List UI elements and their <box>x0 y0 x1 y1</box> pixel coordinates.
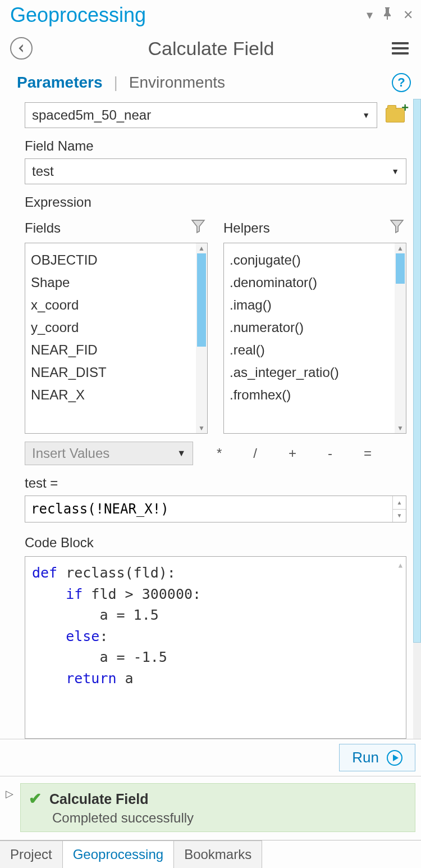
chevron-down-icon: ▼ <box>177 448 186 458</box>
browse-button[interactable]: + <box>384 104 406 126</box>
parameters-pane: spaced5m_50_near ▼ + Field Name test ▼ E… <box>0 97 413 739</box>
scroll-up-icon[interactable]: ▲ <box>397 243 404 253</box>
tab-parameters[interactable]: Parameters <box>13 74 106 92</box>
close-icon[interactable]: ✕ <box>403 8 413 22</box>
run-label: Run <box>352 749 379 766</box>
input-table-group: spaced5m_50_near ▼ + <box>25 102 406 128</box>
list-item[interactable]: .numerator() <box>230 316 391 339</box>
tab-geoprocessing[interactable]: Geoprocessing <box>63 840 174 868</box>
field-name-label: Field Name <box>25 138 406 154</box>
status-detail: Completed successfully <box>52 810 407 826</box>
run-button[interactable]: Run <box>339 744 415 771</box>
codeblock-input[interactable]: ▲def reclass(fld): if fld > 300000: a = … <box>25 556 406 739</box>
insert-values-label: Insert Values <box>32 446 177 461</box>
scroll-down-icon[interactable]: ▼ <box>198 423 205 433</box>
tab-bookmarks[interactable]: Bookmarks <box>174 840 262 868</box>
panel-title: Geoprocessing <box>10 3 146 27</box>
dropdown-icon[interactable]: ▾ <box>367 8 373 22</box>
list-item[interactable]: x_coord <box>31 294 193 316</box>
bottom-tab-strip: Project Geoprocessing Bookmarks <box>0 840 421 868</box>
insert-values-dropdown[interactable]: Insert Values ▼ <box>25 442 193 465</box>
main-wrap: spaced5m_50_near ▼ + Field Name test ▼ E… <box>0 97 421 739</box>
run-bar: Run <box>0 739 421 776</box>
list-item[interactable]: .imag() <box>230 294 391 316</box>
panel-titlebar: Geoprocessing ▾ ✕ <box>0 0 421 31</box>
expression-input-wrap: ▲ ▼ <box>25 496 406 522</box>
checkmark-icon: ✔ <box>29 790 42 807</box>
expression-input[interactable] <box>25 496 392 522</box>
op-multiply[interactable]: * <box>209 446 230 461</box>
codeblock-label: Code Block <box>25 535 406 551</box>
spin-up-icon[interactable]: ▲ <box>393 496 406 510</box>
list-item[interactable]: Shape <box>31 271 193 294</box>
list-item[interactable]: y_coord <box>31 316 193 339</box>
list-item[interactable]: .conjugate() <box>230 249 391 271</box>
status-title: Calculate Field <box>49 791 148 807</box>
list-item[interactable]: NEAR_FID <box>31 339 193 361</box>
scrollbar[interactable]: ▲ ▼ <box>395 243 406 433</box>
scroll-up-icon[interactable]: ▲ <box>399 560 402 570</box>
expression-label: Expression <box>25 194 406 210</box>
tool-tabs: Parameters | Environments ? <box>0 60 421 97</box>
list-item[interactable]: .as_integer_ratio() <box>230 361 391 384</box>
list-item[interactable]: OBJECTID <box>31 249 193 271</box>
field-name-value: test <box>32 163 391 179</box>
input-table-value: spaced5m_50_near <box>32 107 362 123</box>
filter-icon[interactable] <box>390 219 404 237</box>
fields-column: Fields OBJECTID Shape x_coord y_coord NE… <box>25 219 208 434</box>
play-icon <box>387 750 402 766</box>
fields-header: Fields <box>25 220 61 236</box>
list-item[interactable]: .denominator() <box>230 271 391 294</box>
op-add[interactable]: + <box>281 446 304 461</box>
menu-icon[interactable] <box>390 37 411 60</box>
scroll-down-icon[interactable]: ▼ <box>397 423 404 433</box>
tool-header: Calculate Field <box>0 31 421 60</box>
tab-environments[interactable]: Environments <box>126 74 228 92</box>
tab-separator: | <box>114 74 118 92</box>
list-item[interactable]: NEAR_DIST <box>31 361 193 384</box>
chevron-down-icon: ▼ <box>391 167 399 176</box>
spin-down-icon[interactable]: ▼ <box>393 510 406 522</box>
pin-icon[interactable] <box>383 7 393 23</box>
helpers-list: .conjugate() .denominator() .imag() .num… <box>224 243 395 433</box>
list-item[interactable]: NEAR_X <box>31 384 193 406</box>
expression-target-label: test = <box>25 475 406 491</box>
field-name-dropdown[interactable]: test ▼ <box>25 158 406 184</box>
field-name-group: Field Name test ▼ <box>25 138 406 184</box>
list-item[interactable]: .real() <box>230 339 391 361</box>
op-subtract[interactable]: - <box>320 446 340 461</box>
input-table-dropdown[interactable]: spaced5m_50_near ▼ <box>25 102 377 128</box>
help-button[interactable]: ? <box>392 73 411 92</box>
expression-columns: Fields OBJECTID Shape x_coord y_coord NE… <box>25 219 406 434</box>
tool-title: Calculate Field <box>33 38 390 60</box>
op-divide[interactable]: / <box>245 446 265 461</box>
chevron-down-icon: ▼ <box>362 111 370 120</box>
filter-icon[interactable] <box>191 219 205 237</box>
list-item[interactable]: .fromhex() <box>230 384 391 406</box>
helpers-listbox: .conjugate() .denominator() .imag() .num… <box>223 243 406 434</box>
back-button[interactable] <box>10 37 33 60</box>
fields-list: OBJECTID Shape x_coord y_coord NEAR_FID … <box>25 243 196 433</box>
panel-window-controls: ▾ ✕ <box>367 7 413 23</box>
op-equals[interactable]: = <box>356 446 379 461</box>
tab-project[interactable]: Project <box>0 840 63 868</box>
expression-spinner[interactable]: ▲ ▼ <box>392 496 406 522</box>
panel-scrollbar[interactable] <box>413 99 421 739</box>
helpers-header: Helpers <box>223 220 270 236</box>
fields-listbox: OBJECTID Shape x_coord y_coord NEAR_FID … <box>25 243 208 434</box>
helpers-column: Helpers .conjugate() .denominator() .ima… <box>223 219 406 434</box>
expand-icon[interactable]: ▷ <box>6 788 13 800</box>
scroll-up-icon[interactable]: ▲ <box>198 243 205 253</box>
status-message[interactable]: ✔Calculate Field Completed successfully <box>20 783 415 832</box>
scrollbar[interactable]: ▲ ▼ <box>196 243 207 433</box>
operator-row: Insert Values ▼ * / + - = <box>25 442 406 465</box>
status-bar: ▷ ✔Calculate Field Completed successfull… <box>0 776 421 840</box>
